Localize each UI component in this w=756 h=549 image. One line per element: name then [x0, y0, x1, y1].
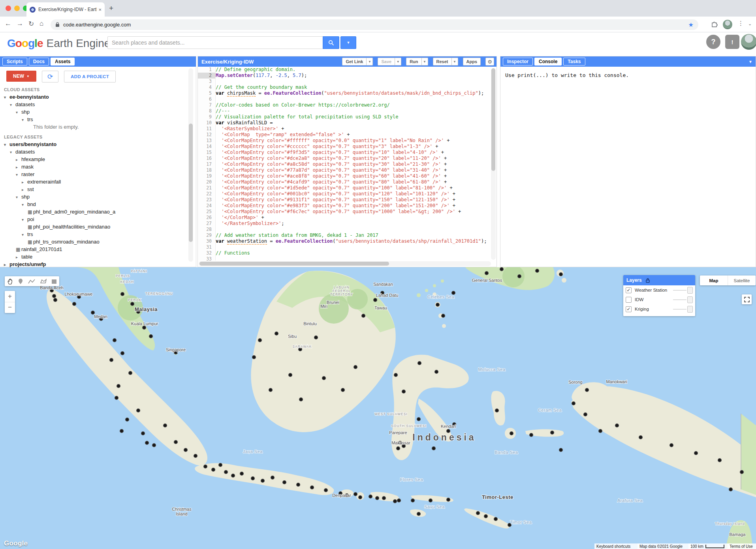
code-line[interactable]: 32// Functions — [198, 250, 491, 256]
asset-tree-item[interactable]: ▸hfexample — [0, 156, 186, 163]
code-line[interactable]: 5var chirpsMask = ee.FeatureCollection("… — [198, 90, 491, 96]
keyboard-shortcuts-link[interactable]: Keyboard shortcuts — [594, 543, 640, 549]
chevron-down-icon[interactable]: ▾ — [22, 231, 27, 238]
opacity-slider-handle[interactable] — [687, 306, 693, 313]
code-line[interactable]: 3 — [198, 79, 491, 84]
opacity-slider[interactable] — [673, 300, 686, 300]
code-line[interactable]: 2Map.setCenter(117.7, -2.5, 5.7); — [198, 73, 491, 79]
chevron-down-icon[interactable]: ▾ — [4, 141, 9, 148]
chevron-down-icon[interactable]: ▾ — [22, 116, 27, 124]
search-button[interactable] — [323, 36, 339, 49]
opacity-slider[interactable] — [673, 309, 686, 309]
code-line[interactable]: 28 — [198, 227, 491, 232]
chevron-down-icon[interactable]: ▾ — [10, 148, 15, 156]
account-avatar[interactable] — [741, 34, 756, 50]
reset-button[interactable]: Reset — [433, 58, 452, 66]
code-line[interactable]: 17 '<ColorMapEntry color="#a8c58d" opaci… — [198, 161, 491, 167]
opacity-slider-handle[interactable] — [687, 296, 693, 303]
code-editor[interactable]: 1// Define geographic domain.2Map.setCen… — [198, 67, 491, 260]
browser-profile-avatar[interactable] — [723, 20, 732, 29]
code-line[interactable]: 14 '<ColorMapEntry color="#cccccc" opaci… — [198, 144, 491, 150]
run-dropdown-icon[interactable]: ▼ — [422, 58, 428, 66]
asset-tree-item[interactable]: ▾trs — [0, 230, 186, 238]
layer-checkbox[interactable]: ✓ — [626, 287, 632, 293]
apps-button[interactable]: Apps — [463, 58, 481, 66]
code-line[interactable]: 20 '<ColorMapEntry color="#4cafd9" opaci… — [198, 179, 491, 185]
zoom-in-button[interactable]: + — [5, 291, 15, 302]
new-asset-button[interactable]: NEW▼ — [6, 71, 36, 82]
forward-icon[interactable]: → — [17, 20, 23, 28]
code-line[interactable]: 22 '<ColorMapEntry color="#001bc0" opaci… — [198, 191, 491, 197]
code-line[interactable]: 25 '<ColorMapEntry color="#f6c7ec" opaci… — [198, 209, 491, 215]
search-input[interactable] — [107, 36, 323, 49]
asset-tree-item[interactable]: ▦rainfall_201701d1 — [0, 245, 186, 253]
rectangle-icon[interactable] — [51, 278, 57, 285]
polygon-icon[interactable] — [39, 278, 47, 285]
settings-gear-icon[interactable]: ⚙ — [485, 58, 494, 66]
code-line[interactable]: 8//--- — [198, 108, 491, 114]
tab-docs[interactable]: Docs — [29, 58, 49, 66]
asset-tree-item[interactable]: ▾bnd — [0, 200, 186, 208]
code-line[interactable]: 16 '<ColorMapEntry color="#dce2a8" opaci… — [198, 156, 491, 161]
chevron-down-icon[interactable]: ▾ — [16, 193, 21, 201]
code-line[interactable]: 11 '<RasterSymbolizer>' + — [198, 126, 491, 132]
tab-scripts[interactable]: Scripts — [2, 58, 27, 66]
asset-tree-item[interactable]: ▸sst — [0, 185, 186, 193]
code-line[interactable]: 10var visRainfallSLD = — [198, 120, 491, 126]
asset-tree-item[interactable]: ▦phl_poi_healthfacilities_mindanao — [0, 223, 186, 230]
code-line[interactable]: 9// Visualization palette for total prec… — [198, 114, 491, 120]
zoom-out-button[interactable]: − — [5, 302, 15, 313]
asset-tree-item[interactable]: ▾trs — [0, 116, 186, 123]
reset-dropdown-icon[interactable]: ▼ — [452, 58, 458, 66]
tab-console[interactable]: Console — [534, 58, 562, 66]
asset-tree-item[interactable]: ▾datasets — [0, 101, 186, 108]
code-line[interactable]: 31 — [198, 244, 491, 250]
code-line[interactable]: 4// Get the country boundary mask — [198, 84, 491, 90]
asset-tree-item[interactable]: ▾poi — [0, 215, 186, 223]
chevron-down-icon[interactable]: ▾ — [4, 94, 9, 101]
get-link-dropdown-icon[interactable]: ▼ — [367, 58, 373, 66]
browser-tab[interactable]: Exercise/Kriging-IDW - Earth E × — [26, 2, 105, 17]
editor-vscrollbar[interactable] — [491, 68, 496, 260]
add-project-button[interactable]: ADD A PROJECT — [64, 71, 116, 82]
asset-tree-item[interactable]: ▾datasets — [0, 148, 186, 156]
home-icon[interactable]: ⌂ — [39, 20, 43, 28]
asset-tree-item[interactable]: ▸table — [0, 253, 186, 260]
extensions-puzzle-icon[interactable] — [711, 21, 718, 28]
chevron-right-icon[interactable]: ▸ — [22, 178, 27, 186]
save-button[interactable]: Save — [378, 58, 395, 66]
reload-icon[interactable]: ↻ — [28, 20, 34, 28]
code-line[interactable]: 21 '<ColorMapEntry color="#1d5ede" opaci… — [198, 185, 491, 191]
chevron-down-icon[interactable]: ▾ — [10, 101, 15, 109]
chevron-right-icon[interactable]: ▸ — [16, 163, 21, 171]
fullscreen-button[interactable] — [742, 294, 752, 304]
save-dropdown-icon[interactable]: ▼ — [395, 58, 401, 66]
bookmark-star-icon[interactable]: ★ — [688, 21, 694, 28]
layer-checkbox[interactable]: ✓ — [626, 306, 632, 312]
code-line[interactable]: 7//Color-codes based on Color-Brewer htt… — [198, 102, 491, 108]
browser-menu-icon[interactable]: ⋮ — [738, 20, 744, 27]
chevron-down-icon[interactable]: ▾ — [16, 171, 21, 178]
back-icon[interactable]: ← — [5, 20, 11, 28]
layers-header[interactable]: Layers — [623, 275, 695, 285]
tab-inspector[interactable]: Inspector — [503, 58, 533, 66]
layer-checkbox[interactable] — [626, 297, 632, 303]
assets-scrollbar[interactable] — [188, 68, 193, 262]
chevron-down-icon[interactable]: ▾ — [22, 216, 27, 223]
code-line[interactable]: 23 '<ColorMapEntry color="#9131f1" opaci… — [198, 197, 491, 203]
code-line[interactable]: 24 '<ColorMapEntry color="#e983f3" opaci… — [198, 203, 491, 209]
chevron-down-icon[interactable]: ▾ — [22, 201, 27, 208]
map-type-map-button[interactable]: Map — [700, 275, 728, 285]
code-line[interactable]: 12 '<ColorMap type="ramp" extended="fals… — [198, 132, 491, 138]
window-minimize-button[interactable] — [14, 6, 20, 11]
asset-tree-item[interactable]: ▾raster — [0, 171, 186, 178]
asset-tree-item[interactable]: ▾shp — [0, 108, 186, 116]
terms-of-use-link[interactable]: Terms of Use — [728, 543, 756, 549]
help-icon[interactable]: ? — [706, 35, 720, 49]
code-line[interactable]: 19 '<ColorMapEntry color="#ace8f8" opaci… — [198, 173, 491, 179]
code-line[interactable]: 33 — [198, 256, 491, 260]
asset-tree-item[interactable]: ▾users/bennyistanto — [0, 141, 186, 148]
panel-collapse-icon[interactable]: ▼ — [748, 60, 752, 64]
code-line[interactable]: 15 '<ColorMapEntry color="#f9f3d5" opaci… — [198, 150, 491, 156]
refresh-assets-button[interactable]: ⟳ — [42, 71, 58, 82]
